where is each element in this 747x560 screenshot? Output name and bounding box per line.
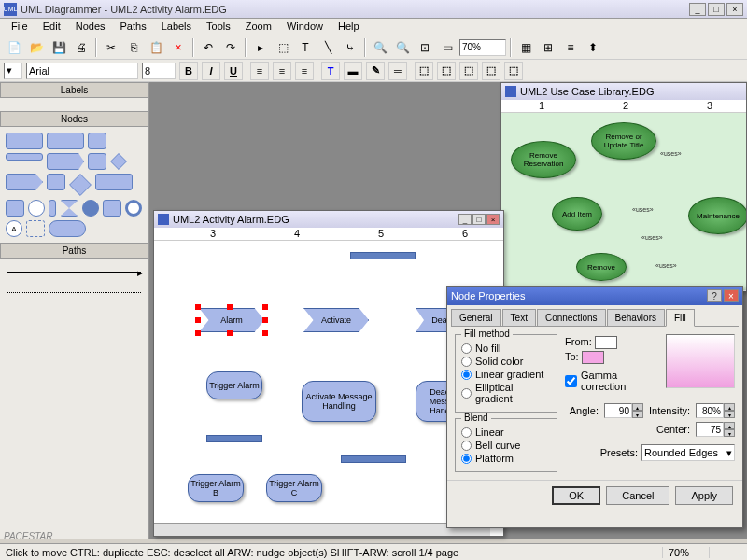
menu-edit[interactable]: Edit: [35, 19, 68, 35]
cut-icon[interactable]: ✂: [101, 37, 121, 58]
arrange-icon[interactable]: ⬍: [583, 37, 603, 58]
menu-help[interactable]: Help: [331, 19, 367, 35]
fillcolor-icon[interactable]: ▬: [344, 62, 362, 80]
align-icon[interactable]: ≡: [560, 37, 581, 58]
apply-button[interactable]: Apply: [675, 486, 733, 505]
node-alarm[interactable]: Alarm: [199, 308, 264, 332]
shape-circle-o[interactable]: [28, 200, 45, 217]
shape-bars[interactable]: [103, 200, 121, 217]
hscrollbar[interactable]: [154, 523, 490, 536]
textcolor-icon[interactable]: T: [321, 62, 340, 80]
italic-button[interactable]: I: [202, 62, 220, 80]
angle-spinner[interactable]: ▴▾: [604, 403, 643, 418]
copy-icon[interactable]: ⎘: [123, 37, 144, 58]
align-left-icon[interactable]: ≡: [250, 62, 269, 80]
usecase-maintenance[interactable]: Maintenance: [688, 197, 746, 234]
select-icon[interactable]: ⬚: [273, 37, 293, 58]
undo-icon[interactable]: ↶: [198, 37, 218, 58]
gamma-checkbox[interactable]: Gamma correction: [565, 370, 660, 392]
align-center-icon[interactable]: ≡: [273, 62, 291, 80]
node-trigger-c[interactable]: Trigger Alarm C: [266, 474, 322, 502]
fork-bar-2[interactable]: [206, 435, 262, 442]
tab-general[interactable]: General: [451, 309, 501, 326]
node-trigger-alarm[interactable]: Trigger Alarm: [206, 371, 262, 399]
usecase-remove-update[interactable]: Remove or Update Title: [591, 122, 656, 160]
fork-bar[interactable]: [350, 252, 416, 259]
tab-fill[interactable]: Fill: [666, 309, 695, 327]
tab-behaviors[interactable]: Behaviors: [607, 309, 665, 326]
to-swatch[interactable]: [582, 351, 604, 364]
maximize-button[interactable]: □: [708, 3, 725, 16]
cancel-button[interactable]: Cancel: [606, 486, 669, 505]
radio-linear[interactable]: Linear gradient: [461, 369, 551, 380]
shape-bar[interactable]: [6, 153, 43, 161]
bold-button[interactable]: B: [179, 62, 198, 80]
doc-min-button[interactable]: _: [458, 214, 472, 225]
zoom-out-icon[interactable]: 🔍: [392, 37, 413, 58]
shape-chevron[interactable]: [47, 153, 84, 170]
align-right-icon[interactable]: ≡: [295, 62, 314, 80]
group4-icon[interactable]: ⬚: [482, 62, 500, 80]
connector-icon[interactable]: ⤷: [340, 37, 360, 58]
shape-circle-f[interactable]: [82, 200, 99, 217]
shape-pentagon[interactable]: [95, 174, 133, 190]
menu-paths[interactable]: Paths: [113, 19, 154, 35]
pointer-icon[interactable]: ▸: [250, 37, 271, 58]
shape-bar-v[interactable]: [49, 200, 56, 217]
shape-rect2[interactable]: [47, 133, 84, 149]
group3-icon[interactable]: ⬚: [459, 62, 478, 80]
delete-icon[interactable]: ×: [168, 37, 189, 58]
group2-icon[interactable]: ⬚: [437, 62, 456, 80]
doc-close-button[interactable]: ×: [486, 214, 500, 225]
tab-connections[interactable]: Connections: [537, 309, 606, 326]
group5-icon[interactable]: ⬚: [504, 62, 523, 80]
usecase-remove-res[interactable]: Remove Reservation: [511, 141, 576, 178]
shape-hourglass[interactable]: [60, 200, 78, 217]
shape-rounded[interactable]: [49, 220, 86, 237]
redo-icon[interactable]: ↷: [220, 37, 241, 58]
path-dotted[interactable]: [7, 292, 141, 305]
close-button[interactable]: ×: [726, 3, 743, 16]
path-solid[interactable]: ▸: [7, 272, 141, 285]
zoom-combo[interactable]: [459, 39, 506, 56]
from-swatch[interactable]: [595, 336, 617, 349]
dialog-close-button[interactable]: ×: [724, 289, 739, 302]
fontsize-combo[interactable]: 8: [142, 63, 176, 79]
radio-blend-platform[interactable]: Platform: [461, 453, 551, 464]
style-combo[interactable]: ▾: [4, 63, 22, 79]
grid-icon[interactable]: ▦: [515, 37, 536, 58]
shape-tag[interactable]: [6, 200, 24, 217]
zoom-fit-icon[interactable]: ⊡: [415, 37, 435, 58]
underline-button[interactable]: U: [224, 62, 243, 80]
zoom-page-icon[interactable]: ▭: [437, 37, 458, 58]
menu-window[interactable]: Window: [279, 19, 331, 35]
linecolor-icon[interactable]: ✎: [366, 62, 385, 80]
shape-diamond-s[interactable]: [110, 153, 127, 170]
group1-icon[interactable]: ⬚: [415, 62, 433, 80]
shape-dashed[interactable]: [26, 220, 45, 237]
join-bar[interactable]: [341, 455, 406, 463]
menu-zoom[interactable]: Zoom: [238, 19, 279, 35]
new-icon[interactable]: 📄: [4, 37, 24, 58]
menu-nodes[interactable]: Nodes: [68, 19, 113, 35]
shape-target[interactable]: [125, 200, 142, 217]
save-icon[interactable]: 💾: [49, 37, 69, 58]
usecase-remove[interactable]: Remove: [576, 253, 627, 281]
radio-solid[interactable]: Solid color: [461, 356, 551, 367]
linewidth-icon[interactable]: ═: [388, 62, 407, 80]
snap-icon[interactable]: ⊞: [538, 37, 558, 58]
node-activate-msg[interactable]: Activate Message Handling: [302, 381, 376, 422]
shape-square[interactable]: [88, 133, 106, 149]
radio-blend-linear[interactable]: Linear: [461, 427, 551, 438]
font-combo[interactable]: Arial: [26, 63, 138, 79]
center-spinner[interactable]: ▴▾: [696, 422, 735, 437]
line-icon[interactable]: ╲: [317, 37, 338, 58]
doc-max-button[interactable]: □: [472, 214, 486, 225]
radio-nofill[interactable]: No fill: [461, 343, 551, 354]
radio-blend-bell[interactable]: Bell curve: [461, 440, 551, 451]
shape-end[interactable]: [88, 153, 106, 170]
menu-labels[interactable]: Labels: [154, 19, 199, 35]
paste-icon[interactable]: 📋: [146, 37, 166, 58]
help-button[interactable]: ?: [707, 289, 722, 302]
node-trigger-b[interactable]: Trigger Alarm B: [188, 474, 244, 502]
